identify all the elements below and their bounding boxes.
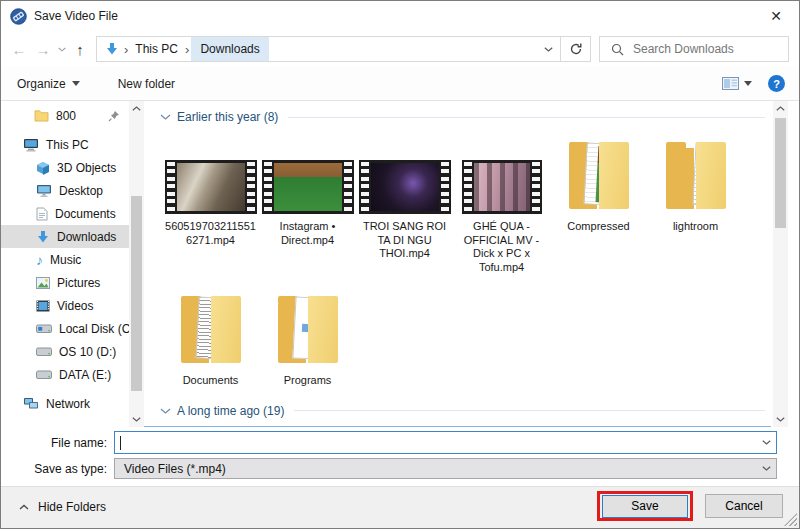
breadcrumb-separator: › <box>183 42 191 57</box>
folder-item-programs[interactable]: Programs <box>259 288 356 388</box>
dialog-footer: Hide Folders Save Cancel <box>1 486 799 528</box>
cube-icon <box>36 161 50 175</box>
file-item-video-1[interactable]: 5605197032115516271.mp4 <box>162 134 259 274</box>
navigation-bar: ← → ↑ › This PC › Downloads <box>1 31 799 67</box>
folder-icon <box>567 139 631 211</box>
music-note-icon: ♪ <box>36 253 43 267</box>
file-list-pane: Earlier this year (8) 560519703211551627… <box>144 101 771 427</box>
back-button[interactable]: ← <box>7 36 31 62</box>
save-as-type-dropdown-icon[interactable] <box>757 459 776 478</box>
scroll-up-icon[interactable] <box>129 101 144 116</box>
cancel-button[interactable]: Cancel <box>705 494 783 518</box>
filmstrip-holes <box>441 162 449 212</box>
help-button[interactable]: ? <box>768 75 785 92</box>
file-item-video-3[interactable]: TROI SANG ROI TA DI NGU THOI.mp4 <box>356 134 453 274</box>
save-button[interactable]: Save <box>602 495 688 518</box>
save-as-type-select[interactable]: Video Files (*.mp4) <box>114 458 777 479</box>
sidebar-item-800[interactable]: 800 <box>1 104 129 127</box>
video-thumbnail <box>262 160 354 214</box>
network-icon <box>23 397 39 410</box>
sidebar-item-data-e[interactable]: DATA (E:) <box>1 363 129 386</box>
file-name-input[interactable] <box>121 436 776 450</box>
file-name-label: 5605197032115516271.mp4 <box>163 220 259 247</box>
hide-folders-button[interactable]: Hide Folders <box>19 500 106 514</box>
change-view-button[interactable] <box>722 77 752 90</box>
file-name-dropdown-icon[interactable] <box>757 432 776 453</box>
scroll-up-icon[interactable] <box>773 101 788 116</box>
sidebar-item-videos[interactable]: Videos <box>1 294 129 317</box>
group-divider <box>288 117 765 118</box>
caret-down-icon <box>744 81 752 86</box>
address-dropdown-icon[interactable] <box>536 37 560 61</box>
group-label: Earlier this year (8) <box>177 110 278 124</box>
folder-item-compressed[interactable]: Compressed <box>550 134 647 274</box>
sidebar-item-network[interactable]: Network <box>1 392 129 415</box>
chevron-up-icon <box>19 504 29 510</box>
group-header-earlier-this-year[interactable]: Earlier this year (8) <box>160 110 765 124</box>
scroll-down-icon[interactable] <box>773 412 788 427</box>
sidebar-item-local-disk-c[interactable]: Local Disk (C:) <box>1 317 129 340</box>
sidebar-item-os-10-d[interactable]: OS 10 (D:) <box>1 340 129 363</box>
sidebar-item-pictures[interactable]: Pictures <box>1 271 129 294</box>
file-name-label: Documents <box>183 374 239 388</box>
recent-locations-dropdown[interactable] <box>55 47 68 52</box>
close-button[interactable]: ✕ <box>753 1 799 31</box>
sidebar-item-3d-objects[interactable]: 3D Objects <box>1 156 129 179</box>
file-item-video-2[interactable]: Instagram • Direct.mp4 <box>259 134 356 274</box>
sidebar-item-music[interactable]: ♪ Music <box>1 248 129 271</box>
disk-icon <box>36 347 52 357</box>
sidebar-label: Videos <box>57 299 93 313</box>
organize-button[interactable]: Organize <box>17 77 80 91</box>
downloads-location-icon <box>105 42 119 56</box>
pin-icon[interactable] <box>108 110 120 122</box>
scrollbar-thumb[interactable] <box>775 118 786 228</box>
scroll-down-icon[interactable] <box>129 412 144 427</box>
video-thumbnail <box>462 160 542 214</box>
save-video-file-dialog: Save Video File ✕ ← → ↑ › This PC › Down… <box>0 0 800 529</box>
folder-item-documents[interactable]: Documents <box>162 288 259 388</box>
sidebar-scrollbar[interactable] <box>129 101 144 427</box>
sidebar-item-downloads[interactable]: Downloads <box>1 225 129 248</box>
forward-button[interactable]: → <box>31 36 55 62</box>
folder-item-lightroom[interactable]: lightroom <box>647 134 744 274</box>
file-name-label: Instagram • Direct.mp4 <box>260 220 356 247</box>
sidebar-label: DATA (E:) <box>59 368 111 382</box>
video-icon <box>36 300 50 312</box>
file-item-video-4[interactable]: GHÉ QUA - OFFICIAL MV - Dick x PC x Tofu… <box>453 134 550 274</box>
sidebar-label: This PC <box>46 138 89 152</box>
save-as-type-row: Save as type: Video Files (*.mp4) <box>1 458 799 479</box>
scrollbar-thumb[interactable] <box>131 196 142 391</box>
content-scrollbar[interactable] <box>773 101 788 427</box>
sidebar-item-desktop[interactable]: Desktop <box>1 179 129 202</box>
video-thumbnail <box>165 160 257 214</box>
sidebar-label: Downloads <box>57 230 116 244</box>
folder-icon <box>34 109 49 122</box>
up-button[interactable]: ↑ <box>68 36 92 62</box>
new-folder-button[interactable]: New folder <box>118 77 175 91</box>
toolbar-right-group: ? <box>722 75 785 92</box>
sidebar-item-this-pc[interactable]: This PC <box>1 133 129 156</box>
navigation-sidebar: 800 This PC 3D Objects Desktop Documents… <box>1 101 129 427</box>
save-as-type-field-label: Save as type: <box>1 462 114 476</box>
chevron-down-icon <box>160 408 171 414</box>
save-highlight-annotation: Save <box>597 491 693 521</box>
document-icon <box>36 207 48 221</box>
address-bar[interactable]: › This PC › Downloads <box>96 36 561 62</box>
breadcrumb-downloads[interactable]: Downloads <box>191 37 268 61</box>
folder-icon <box>664 139 728 211</box>
sidebar-label: Music <box>50 253 81 267</box>
new-folder-label: New folder <box>118 77 175 91</box>
files-row-1: 5605197032115516271.mp4 Instagram • Dire… <box>162 134 771 274</box>
chevron-down-icon <box>160 114 171 120</box>
video-thumbnail <box>359 160 451 214</box>
sidebar-label: 3D Objects <box>57 161 116 175</box>
search-icon <box>611 43 624 56</box>
breadcrumb-this-pc[interactable]: This PC <box>130 37 183 61</box>
refresh-button[interactable] <box>561 36 591 62</box>
desktop-icon <box>36 184 52 197</box>
search-input[interactable] <box>633 42 782 56</box>
files-row-2: Documents Programs <box>162 288 771 388</box>
folder-icon <box>179 293 243 365</box>
sidebar-item-documents[interactable]: Documents <box>1 202 129 225</box>
group-header-a-long-time-ago[interactable]: A long time ago (19) <box>160 404 765 418</box>
